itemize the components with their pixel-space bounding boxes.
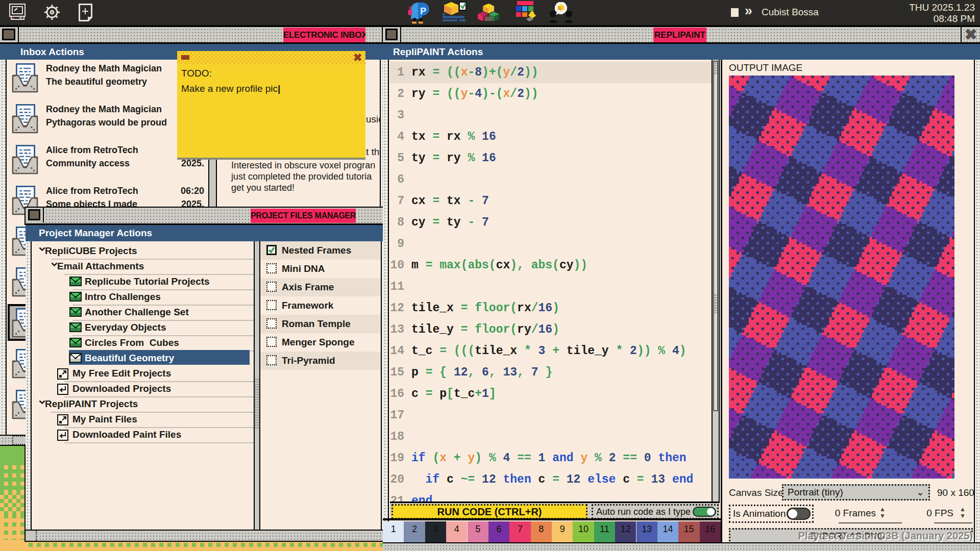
svg-text:P: P <box>420 6 426 16</box>
